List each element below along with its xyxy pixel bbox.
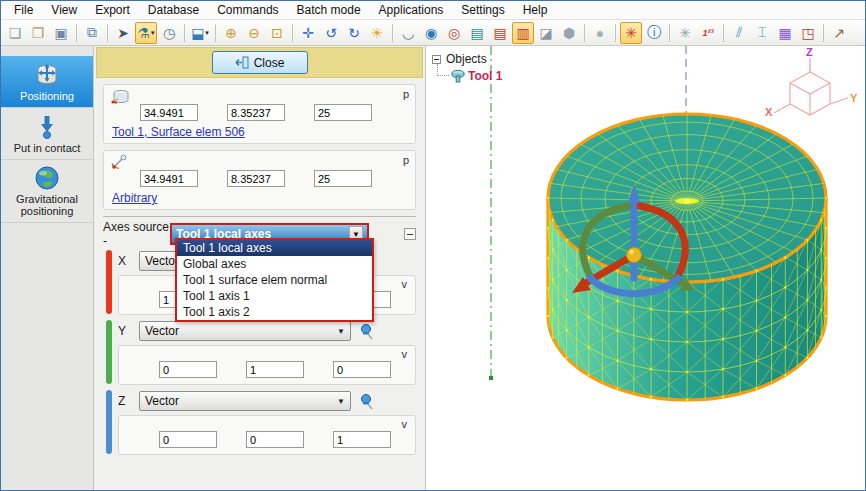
- zoom-fit-icon[interactable]: ⊡: [266, 22, 288, 44]
- menu-item-applications[interactable]: Applications: [370, 1, 453, 19]
- collapse-icon[interactable]: [432, 55, 441, 64]
- vector-type-combobox-y[interactable]: Vector ▼: [139, 321, 351, 341]
- menu-item-export[interactable]: Export: [86, 1, 139, 19]
- eye-closed-icon[interactable]: ◡: [397, 22, 419, 44]
- menu-item-batch-mode[interactable]: Batch mode: [288, 1, 370, 19]
- light-icon[interactable]: ☀: [366, 22, 388, 44]
- view-3d-icon-glyph: ⬢: [563, 25, 575, 41]
- eye-select-icon[interactable]: ◎: [443, 22, 465, 44]
- org-chart-icon[interactable]: ⧉: [81, 22, 103, 44]
- sphere-icon[interactable]: ●: [589, 22, 611, 44]
- mesh-red-icon[interactable]: ▤: [489, 22, 511, 44]
- dropdown-caret-icon[interactable]: ▾: [151, 29, 155, 37]
- sidebar-item-positioning[interactable]: Positioning: [1, 56, 93, 108]
- eye-select-icon-glyph: ◎: [448, 25, 460, 41]
- clipping-icon[interactable]: ◳: [797, 22, 819, 44]
- coord-x-input[interactable]: [140, 104, 198, 121]
- open-file-icon-glyph: ❐: [32, 25, 45, 41]
- coord-z-input[interactable]: [314, 104, 372, 121]
- triad-z-label: Z: [806, 46, 813, 58]
- vector-y2-input[interactable]: [246, 361, 304, 378]
- menu-item-commands[interactable]: Commands: [208, 1, 287, 19]
- tree-root-label: Objects: [446, 52, 487, 66]
- half-solid-icon[interactable]: ◪: [535, 22, 557, 44]
- axes-source-option-tool-1-axis-1[interactable]: Tool 1 axis 1: [177, 288, 372, 304]
- menu-item-help[interactable]: Help: [514, 1, 557, 19]
- pin-icon[interactable]: [358, 392, 376, 410]
- dropdown-caret-icon[interactable]: ▾: [205, 29, 209, 37]
- coord-y-input[interactable]: [227, 104, 285, 121]
- eye-icon[interactable]: ◉: [420, 22, 442, 44]
- half-solid-icon-glyph: ◪: [539, 25, 552, 41]
- coord-z-input[interactable]: [314, 170, 372, 187]
- open-file-icon[interactable]: ❐: [27, 22, 49, 44]
- probe-tool-icon[interactable]: ⚗▾: [135, 22, 157, 44]
- zoom-out-icon[interactable]: ⊖: [243, 22, 265, 44]
- sidebar-item-put-in-contact[interactable]: Put in contact: [1, 108, 93, 160]
- chart-icon[interactable]: ↗: [828, 22, 850, 44]
- view-3d-icon[interactable]: ⬢: [558, 22, 580, 44]
- grid-icon-glyph: ▦: [778, 25, 791, 41]
- wheel-gray-icon[interactable]: ✳: [674, 22, 696, 44]
- axis-color-bar-y: [106, 320, 112, 384]
- chevron-down-icon: ▼: [337, 327, 345, 336]
- axes-source-option-tool-1-surface-elem-normal[interactable]: Tool 1 surface elem normal: [177, 272, 372, 288]
- vector-values-box-z: v: [118, 415, 416, 455]
- mesh-view-icon[interactable]: ▤: [466, 22, 488, 44]
- vector-y3-input[interactable]: [333, 361, 391, 378]
- scene-canvas[interactable]: Z X Y: [426, 46, 865, 490]
- pan-icon-glyph: ✛: [302, 25, 314, 41]
- vector-y1-input[interactable]: [159, 361, 217, 378]
- new-file-icon[interactable]: ❏: [4, 22, 26, 44]
- axes-source-option-global-axes[interactable]: Global axes: [177, 256, 372, 272]
- gizmo-center-handle[interactable]: [627, 248, 642, 263]
- panel-header: Close: [96, 47, 423, 78]
- zoom-in-icon-glyph: ⊕: [225, 25, 237, 41]
- menu-item-settings[interactable]: Settings: [452, 1, 513, 19]
- menu-item-view[interactable]: View: [42, 1, 86, 19]
- rotation-axis-icon[interactable]: ◷: [158, 22, 180, 44]
- pan-icon[interactable]: ✛: [297, 22, 319, 44]
- menu-item-database[interactable]: Database: [139, 1, 208, 19]
- axes-source-dropdown-list: Tool 1 local axesGlobal axesTool 1 surfa…: [175, 238, 374, 322]
- reference-link-surface-elem[interactable]: Tool 1, Surface elem 506: [112, 125, 245, 139]
- contact-arrow-icon: [34, 114, 60, 140]
- vector-z1-input[interactable]: [159, 431, 217, 448]
- coord-x-input[interactable]: [140, 170, 198, 187]
- coord-y-input[interactable]: [227, 170, 285, 187]
- axes-source-option-tool-1-axis-2[interactable]: Tool 1 axis 2: [177, 304, 372, 320]
- vector-z2-input[interactable]: [246, 431, 304, 448]
- new-file-icon-glyph: ❏: [9, 25, 22, 41]
- reference-link-arbitrary[interactable]: Arbitrary: [112, 191, 157, 205]
- caliper-icon[interactable]: ⌶: [751, 22, 773, 44]
- numbers-icon[interactable]: 1²³: [697, 22, 719, 44]
- section-line-icon[interactable]: ▥: [512, 22, 534, 44]
- vector-type-value: Vector: [145, 254, 179, 268]
- zoom-in-icon[interactable]: ⊕: [220, 22, 242, 44]
- collapse-group-icon[interactable]: [404, 228, 416, 240]
- move-cylinder-icon: [32, 62, 62, 88]
- gizmo-center-highlight: [629, 250, 634, 255]
- menu-item-file[interactable]: File: [5, 1, 42, 19]
- rotate-lock-icon[interactable]: ↻: [343, 22, 365, 44]
- display-icon[interactable]: ⬓▾: [189, 22, 211, 44]
- unit-label-v: v: [402, 348, 408, 360]
- axes-source-option-tool-1-local-axes[interactable]: Tool 1 local axes: [177, 240, 372, 256]
- wheel-red-icon[interactable]: ✳: [620, 22, 642, 44]
- grid-icon[interactable]: ▦: [774, 22, 796, 44]
- vector-z3-input[interactable]: [333, 431, 391, 448]
- pin-icon[interactable]: [358, 322, 376, 340]
- ruler-icon[interactable]: ⫽: [728, 22, 750, 44]
- rotate-icon[interactable]: ↺: [320, 22, 342, 44]
- close-button[interactable]: Close: [212, 51, 308, 74]
- sidebar-item-gravitational-positioning[interactable]: Gravitational positioning: [1, 160, 93, 223]
- menu-bar: FileViewExportDatabaseCommandsBatch mode…: [1, 1, 865, 20]
- cursor-icon[interactable]: ➤: [112, 22, 134, 44]
- toolbar-separator: [292, 24, 293, 42]
- save-icon[interactable]: ▣: [50, 22, 72, 44]
- vector-type-combobox-z[interactable]: Vector ▼: [139, 391, 351, 411]
- vector-values-box-y: v: [118, 345, 416, 385]
- wheel-info-icon[interactable]: ⓘ: [643, 22, 665, 44]
- tree-node-tool1[interactable]: Tool 1: [437, 67, 502, 85]
- viewport-3d[interactable]: Z X Y Objects Tool: [426, 46, 865, 490]
